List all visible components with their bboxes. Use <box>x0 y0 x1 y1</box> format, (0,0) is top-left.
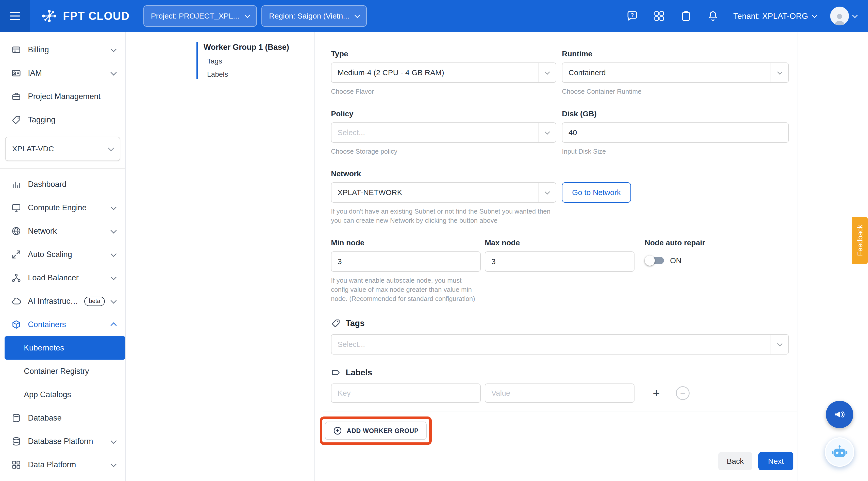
fpt-logo-icon <box>41 8 58 24</box>
chevron-down-icon <box>111 69 117 76</box>
add-label-row-button[interactable]: + <box>648 385 665 402</box>
support-button[interactable]: ? <box>626 9 639 23</box>
feedback-tab[interactable]: Feedback <box>852 217 868 264</box>
region-selector[interactable]: Region: Saigon (Vietn... <box>261 5 367 27</box>
network-select[interactable]: XPLAT-NETWORK <box>331 182 556 203</box>
svg-text:?: ? <box>631 12 634 18</box>
project-management-icon <box>11 91 21 101</box>
auto-scaling-icon <box>11 249 21 260</box>
label-key-input[interactable] <box>331 384 481 403</box>
ai-assistant-fab-button[interactable] <box>825 437 854 467</box>
sidebar-item-label: Tagging <box>28 115 117 124</box>
sidebar-item-app-catalogs[interactable]: App Catalogs <box>0 383 125 406</box>
worker-group-title[interactable]: Worker Group 1 (Base) <box>204 42 314 52</box>
user-menu[interactable] <box>830 7 857 25</box>
chevron-up-icon <box>111 322 117 328</box>
chevron-down-icon <box>538 131 556 134</box>
vdc-selector-value: XPLAT-VDC <box>12 145 54 153</box>
next-button[interactable]: Next <box>758 452 794 470</box>
sidebar-item-label: Database <box>28 414 117 423</box>
sidebar: Billing IAM Project Management <box>0 32 126 481</box>
tags-section-title: Tags <box>346 319 365 328</box>
sidebar-item-label: Billing <box>28 45 105 54</box>
type-select[interactable]: Medium-4 (2 CPU - 4 GB RAM) <box>331 62 556 83</box>
runtime-select[interactable]: Containerd <box>562 62 789 83</box>
project-selector-label: Project: PROJECT_XPL... <box>151 12 239 20</box>
chevron-down-icon <box>111 204 117 210</box>
notifications-button[interactable] <box>706 9 719 23</box>
sidebar-item-label: App Catalogs <box>24 390 71 399</box>
sidebar-item-kubernetes[interactable]: Kubernetes <box>5 336 125 360</box>
app-window: FPT CLOUD Project: PROJECT_XPL... Region… <box>0 0 868 481</box>
sidebar-item-network[interactable]: Network <box>0 219 125 243</box>
sidebar-item-database-platform[interactable]: Database Platform <box>0 430 125 453</box>
toggle-knob <box>645 255 655 266</box>
policy-helper: Choose Storage policy <box>331 147 556 156</box>
worker-group-form: Type Medium-4 (2 CPU - 4 GB RAM) Choose … <box>315 32 868 481</box>
clipboard-icon <box>680 10 692 22</box>
tag-icon <box>11 115 21 125</box>
node-auto-repair-toggle[interactable] <box>645 255 664 266</box>
sidebar-item-label: Project Management <box>28 92 117 101</box>
max-node-input[interactable] <box>485 251 634 272</box>
minus-circle-icon: − <box>676 386 689 400</box>
sidebar-item-container-registry[interactable]: Container Registry <box>0 360 125 383</box>
project-selector[interactable]: Project: PROJECT_XPL... <box>144 5 257 27</box>
apps-grid-icon <box>653 10 665 22</box>
min-node-label: Min node <box>331 238 481 247</box>
sidebar-item-dashboard[interactable]: Dashboard <box>0 173 125 196</box>
back-button[interactable]: Back <box>718 452 752 470</box>
min-node-input[interactable] <box>331 251 481 272</box>
support-chat-fab-button[interactable] <box>826 401 853 428</box>
worker-group-nav-labels[interactable]: Labels <box>207 70 314 79</box>
sidebar-item-database[interactable]: Database <box>0 406 125 430</box>
hamburger-icon <box>10 12 20 20</box>
worker-group-nav: Worker Group 1 (Base) Tags Labels <box>126 32 315 481</box>
sidebar-item-compute-engine[interactable]: Compute Engine <box>0 196 125 219</box>
chevron-down-icon <box>111 438 117 444</box>
network-helper: If you don't have an existing Subnet or … <box>331 207 556 225</box>
remove-label-row-button[interactable]: − <box>674 385 691 402</box>
top-navbar: FPT CLOUD Project: PROJECT_XPL... Region… <box>0 0 868 32</box>
region-selector-label: Region: Saigon (Vietn... <box>269 12 349 20</box>
sidebar-item-label: IAM <box>28 68 105 78</box>
chevron-down-icon <box>812 12 817 18</box>
apps-button[interactable] <box>653 9 666 23</box>
chevron-down-icon <box>111 461 117 467</box>
tags-select[interactable]: Select... <box>331 334 789 355</box>
tenant-selector[interactable]: Tenant: XPLAT-ORG <box>733 11 816 21</box>
worker-group-nav-tags[interactable]: Tags <box>207 57 314 65</box>
label-value-input[interactable] <box>485 384 634 403</box>
robot-icon <box>831 443 848 461</box>
chevron-down-icon <box>771 71 788 74</box>
cloud-icon <box>11 296 21 306</box>
database-icon <box>11 413 21 423</box>
sidebar-item-billing[interactable]: Billing <box>0 38 125 61</box>
sidebar-item-label: Containers <box>28 320 105 329</box>
sidebar-item-label: Kubernetes <box>24 343 64 353</box>
menu-button[interactable] <box>0 0 30 32</box>
sidebar-item-load-balancer[interactable]: Load Balancer <box>0 266 125 290</box>
runtime-label: Runtime <box>562 49 789 58</box>
go-to-network-button[interactable]: Go to Network <box>562 182 631 203</box>
container-cube-icon <box>11 320 21 330</box>
chevron-down-icon <box>354 12 360 18</box>
sidebar-item-data-platform[interactable]: Data Platform <box>0 453 125 476</box>
brand-logo[interactable]: FPT CLOUD <box>41 8 130 24</box>
add-worker-group-button[interactable]: ADD WORKER GROUP <box>325 422 427 440</box>
sidebar-item-auto-scaling[interactable]: Auto Scaling <box>0 243 125 266</box>
sidebar-item-containers[interactable]: Containers <box>0 313 125 336</box>
chevron-down-icon <box>245 12 250 18</box>
support-chat-icon: ? <box>626 10 639 22</box>
sidebar-item-iam[interactable]: IAM <box>0 61 125 85</box>
vdc-selector[interactable]: XPLAT-VDC <box>5 137 120 161</box>
disk-input[interactable] <box>562 122 789 143</box>
sidebar-item-ai-infrastructure[interactable]: AI Infrastructure beta <box>0 290 125 313</box>
runtime-helper: Choose Container Runtime <box>562 87 789 96</box>
sidebar-item-tagging[interactable]: Tagging <box>0 108 125 131</box>
globe-icon <box>11 226 21 236</box>
sidebar-item-project-management[interactable]: Project Management <box>0 85 125 108</box>
toggle-state-label: ON <box>670 256 681 265</box>
clipboard-button[interactable] <box>679 9 693 23</box>
policy-select[interactable]: Select... <box>331 122 556 143</box>
